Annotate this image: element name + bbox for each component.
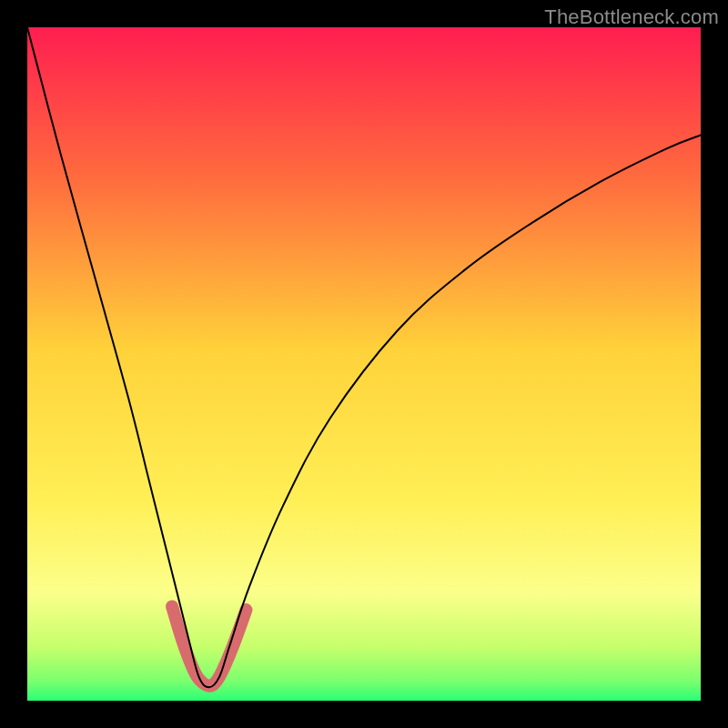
watermark-text: TheBottleneck.com (544, 5, 719, 29)
gradient-background (27, 27, 701, 701)
bottleneck-chart (27, 27, 701, 701)
plot-frame (27, 27, 701, 701)
